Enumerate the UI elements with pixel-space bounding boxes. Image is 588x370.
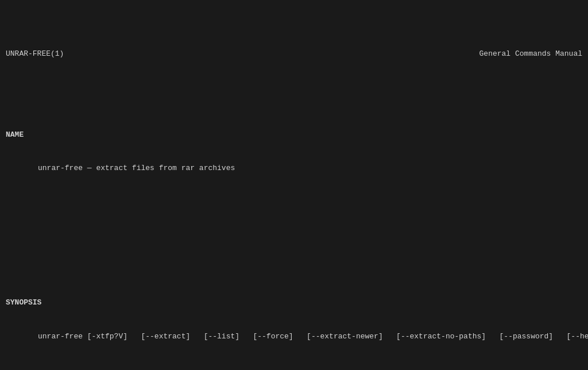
man-page: UNRAR-FREE(1) General Commands Manual NA… xyxy=(6,3,582,370)
name-heading: NAME xyxy=(6,129,582,141)
section-synopsis: SYNOPSIS unrar-free [-xtfp?V] [--extract… xyxy=(6,275,582,364)
synopsis-heading: SYNOPSIS xyxy=(6,297,582,309)
synopsis-content: unrar-free [-xtfp?V] [--extract] [--list… xyxy=(6,331,582,342)
man-title-right: General Commands Manual xyxy=(479,48,582,60)
section-name: NAME unrar-free — extract files from rar… xyxy=(6,107,582,196)
man-header: UNRAR-FREE(1) General Commands Manual xyxy=(6,48,582,60)
man-title-left: UNRAR-FREE(1) xyxy=(6,48,64,60)
name-content: unrar-free — extract files from rar arch… xyxy=(6,163,582,174)
